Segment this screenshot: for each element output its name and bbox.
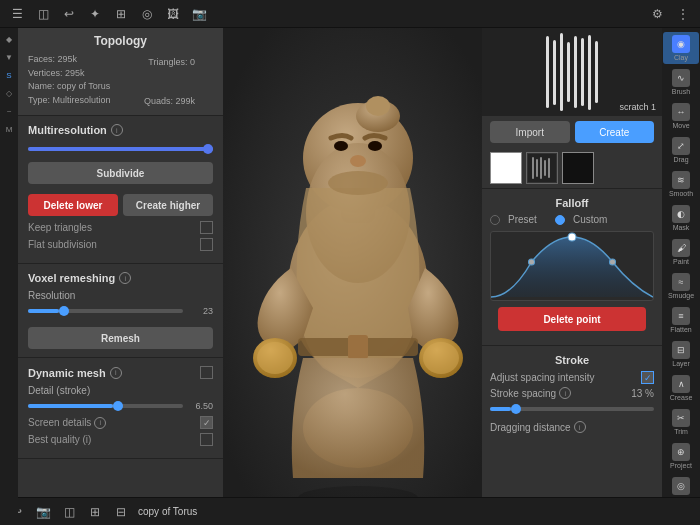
import-button[interactable]: Import — [490, 121, 570, 143]
tool-brush[interactable]: ∿ Brush — [663, 66, 699, 98]
resolution-thumb[interactable] — [59, 306, 69, 316]
flatten-icon: ≡ — [672, 307, 690, 325]
flatten-label: Flatten — [670, 326, 691, 333]
topology-info: Faces: 295k Vertices: 295k Triangles: 0 … — [28, 53, 213, 107]
toolbar-icon-camera[interactable]: 📷 — [190, 5, 208, 23]
dynamic-mesh-toggle[interactable] — [200, 366, 213, 379]
alpha-thumb-strokes[interactable] — [526, 152, 558, 184]
multiresolution-header: Multiresolution i — [28, 124, 213, 136]
keep-triangles-checkbox[interactable] — [200, 221, 213, 234]
stroke-6 — [581, 38, 584, 106]
bottom-icon-scene[interactable]: ◫ — [60, 503, 78, 521]
alpha-thumb-white[interactable] — [490, 152, 522, 184]
preset-radio[interactable] — [490, 215, 500, 225]
dynamic-mesh-section: Dynamic mesh i Detail (stroke) 6.50 Scre… — [18, 358, 223, 459]
tool-mask[interactable]: ◐ Mask — [663, 202, 699, 234]
tool-flatten[interactable]: ≡ Flatten — [663, 304, 699, 336]
svg-rect-20 — [532, 157, 534, 179]
alpha-thumb-black[interactable] — [562, 152, 594, 184]
toolbar-icon-settings[interactable]: ⚙ — [648, 5, 666, 23]
trim-icon: ✂ — [672, 409, 690, 427]
toolbar-icon-menu[interactable]: ☰ — [8, 5, 26, 23]
tool-crease[interactable]: ∧ Crease — [663, 372, 699, 404]
bottom-icon-camera[interactable]: 📷 — [34, 503, 52, 521]
mask-label: Mask — [673, 224, 690, 231]
tool-paint[interactable]: 🖌 Paint — [663, 236, 699, 268]
create-button[interactable]: Create — [575, 121, 655, 143]
stroke-spacing-slider[interactable] — [490, 403, 654, 415]
sidebar-icon-sym[interactable]: S — [2, 68, 16, 82]
tool-drag[interactable]: ⤢ Drag — [663, 134, 699, 166]
move-icon: ↔ — [672, 103, 690, 121]
custom-radio[interactable] — [555, 215, 565, 225]
bottom-icon-grid[interactable]: ⊞ — [86, 503, 104, 521]
stroke-spacing-thumb[interactable] — [511, 404, 521, 414]
tool-smudge[interactable]: ≈ Smudge — [663, 270, 699, 302]
tool-smooth[interactable]: ≋ Smooth — [663, 168, 699, 200]
toolbar-icon-grid[interactable]: ⊞ — [112, 5, 130, 23]
stroke-3 — [560, 33, 563, 111]
adjust-spacing-label: Adjust spacing intensity — [490, 372, 595, 383]
tool-layer[interactable]: ⊟ Layer — [663, 338, 699, 370]
toolbar-icon-image[interactable]: 🖼 — [164, 5, 182, 23]
resolution-value: 23 — [189, 306, 213, 316]
multiresolution-track — [28, 147, 213, 151]
adjust-spacing-checkbox[interactable]: ✓ — [641, 371, 654, 384]
multiresolution-title: Multiresolution — [28, 124, 107, 136]
stroke-section: Stroke Adjust spacing intensity ✓ Stroke… — [482, 345, 662, 444]
import-create-row: Import Create — [482, 116, 662, 148]
layer-icon: ⊟ — [672, 341, 690, 359]
tool-trim[interactable]: ✂ Trim — [663, 406, 699, 438]
top-toolbar: ☰ ◫ ↩ ✦ ⊞ ◎ 🖼 📷 ⚙ ⋮ — [0, 0, 700, 28]
stroke-spacing-info[interactable]: i — [559, 387, 571, 399]
paint-label: Paint — [673, 258, 689, 265]
detail-thumb[interactable] — [113, 401, 123, 411]
sidebar-icon-smooth[interactable]: ~ — [2, 104, 16, 118]
toolbar-icon-undo[interactable]: ↩ — [60, 5, 78, 23]
sidebar-icon-3[interactable]: ◇ — [2, 86, 16, 100]
canvas-area[interactable] — [223, 28, 493, 525]
create-higher-button[interactable]: Create higher — [123, 194, 213, 216]
falloff-curve[interactable] — [490, 231, 654, 301]
tool-clay[interactable]: ◉ Clay — [663, 32, 699, 64]
dragging-distance-info[interactable]: i — [574, 421, 586, 433]
sidebar-icon-1[interactable]: ◆ — [2, 32, 16, 46]
multiresolution-info-icon[interactable]: i — [111, 124, 123, 136]
dynamic-mesh-info-icon[interactable]: i — [110, 367, 122, 379]
flat-subdivision-checkbox[interactable] — [200, 238, 213, 251]
stroke-1 — [546, 36, 549, 108]
bottom-icon-layers[interactable]: ⊟ — [112, 503, 130, 521]
voxel-header: Voxel remeshing i — [28, 272, 213, 284]
toolbar-icon-circle[interactable]: ◎ — [138, 5, 156, 23]
detail-slider[interactable] — [28, 400, 183, 412]
stroke-spacing-value: 13 % — [631, 388, 654, 399]
alpha-strokes-icon — [528, 154, 556, 182]
multiresolution-thumb[interactable] — [203, 144, 213, 154]
detail-track — [28, 404, 183, 408]
toolbar-icon-edit[interactable]: ✦ — [86, 5, 104, 23]
screen-details-label: Screen details — [28, 417, 91, 428]
svg-point-5 — [328, 171, 388, 195]
screen-details-info[interactable]: i — [94, 417, 106, 429]
paint-icon: 🖌 — [672, 239, 690, 257]
voxel-info-icon[interactable]: i — [119, 272, 131, 284]
tool-project[interactable]: ⊕ Project — [663, 440, 699, 472]
sidebar-icon-mask[interactable]: M — [2, 122, 16, 136]
delete-point-button[interactable]: Delete point — [498, 307, 646, 331]
multiresolution-fill — [28, 147, 213, 151]
delete-lower-button[interactable]: Delete lower — [28, 194, 118, 216]
stroke-spacing-label: Stroke spacing — [490, 388, 556, 399]
screen-details-checkbox[interactable]: ✓ — [200, 416, 213, 429]
toolbar-icon-more[interactable]: ⋮ — [674, 5, 692, 23]
multiresolution-slider[interactable] — [28, 142, 213, 156]
detail-slider-row: 6.50 — [28, 400, 213, 412]
resolution-slider[interactable] — [28, 305, 183, 317]
remesh-button[interactable]: Remesh — [28, 327, 213, 349]
subdivide-button[interactable]: Subdivide — [28, 162, 213, 184]
toolbar-icon-folder[interactable]: ◫ — [34, 5, 52, 23]
best-quality-checkbox[interactable] — [200, 433, 213, 446]
detail-fill — [28, 404, 113, 408]
sidebar-icon-2[interactable]: ▼ — [2, 50, 16, 64]
tool-move[interactable]: ↔ Move — [663, 100, 699, 132]
crease-icon: ∧ — [672, 375, 690, 393]
